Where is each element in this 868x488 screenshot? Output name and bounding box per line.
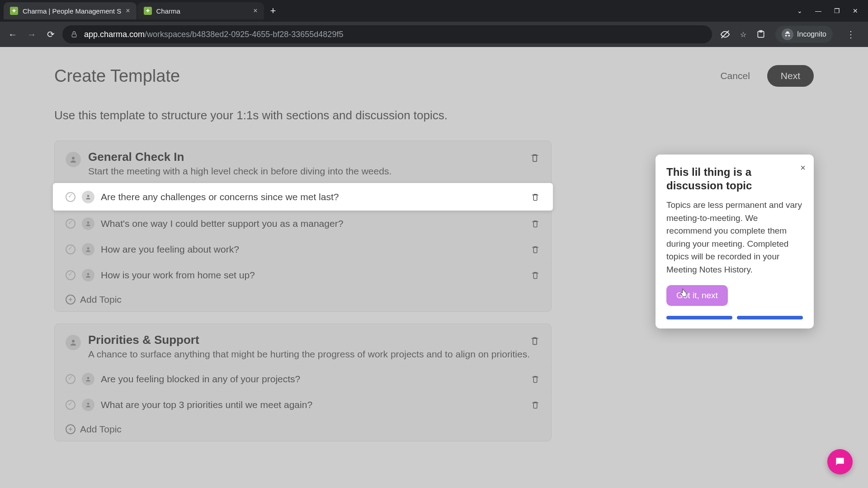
section-header: Priorities & Support A chance to surface… [55,324,551,366]
address-bar: ← → ⟳ app.charma.com/workspaces/b4838ed2… [0,22,868,47]
tab-title: Charma [156,7,249,15]
popover-next-button[interactable]: Got it, next [666,285,728,306]
plus-icon: + [66,424,75,434]
svg-point-5 [87,195,90,197]
back-button[interactable]: ← [5,27,20,42]
template-section: General Check In Start the meeting with … [54,141,552,312]
section-title[interactable]: General Check In [88,150,540,164]
add-topic-label: Add Topic [80,424,122,435]
window-controls: ⌄ — ❐ ✕ [797,7,864,14]
close-window-icon[interactable]: ✕ [853,7,858,14]
incognito-label: Incognito [797,30,826,38]
section-description[interactable]: Start the meeting with a high level chec… [88,166,540,177]
install-app-icon[interactable] [756,30,765,39]
url-input[interactable]: app.charma.com/workspaces/b4838ed2-0925-… [62,25,712,43]
progress-segment [666,316,732,319]
topic-text[interactable]: How are you feeling about work? [101,244,525,255]
add-topic-button[interactable]: + Add Topic [55,288,551,311]
page-content: Create Template Cancel Next Use this tem… [0,47,868,488]
topic-row[interactable]: How is your work from home set up? [55,262,551,288]
svg-rect-0 [72,34,76,37]
svg-point-8 [87,273,90,275]
svg-point-10 [87,377,90,379]
plus-icon: + [66,295,75,305]
tab-favicon: ✦ [144,7,152,15]
popover-close-button[interactable]: × [800,163,806,173]
topic-row[interactable]: What's one way I could better support yo… [55,211,551,236]
delete-topic-icon[interactable] [531,219,540,228]
lock-icon [71,31,78,38]
add-topic-label: Add Topic [80,294,122,305]
svg-point-11 [87,403,90,405]
new-tab-button[interactable]: + [265,5,282,17]
delete-topic-icon[interactable] [531,400,540,409]
topic-row[interactable]: What are your top 3 priorities until we … [55,392,551,418]
svg-point-9 [72,340,75,343]
svg-point-7 [87,247,90,249]
topic-text[interactable]: Are there any challenges or concerns sin… [101,192,525,202]
topic-checkbox[interactable] [66,219,75,229]
page-subtitle: Use this template to structure your 1:1s… [54,108,814,122]
topic-text[interactable]: What are your top 3 priorities until we … [101,399,525,410]
delete-section-icon[interactable] [530,153,540,163]
topic-row[interactable]: Are you feeling blocked in any of your p… [55,366,551,392]
reload-button[interactable]: ⟳ [43,27,58,42]
tab-close-icon[interactable]: × [126,7,130,15]
section-header: General Check In Start the meeting with … [55,141,551,183]
avatar [82,243,94,256]
topic-checkbox[interactable] [66,270,75,280]
help-chat-button[interactable] [827,449,853,474]
onboarding-popover: × This lil thing is a discussion topic T… [656,155,814,328]
topic-text[interactable]: What's one way I could better support yo… [101,218,525,229]
svg-point-4 [72,157,75,160]
page-header: Create Template Cancel Next [54,65,814,87]
maximize-icon[interactable]: ❐ [834,7,840,14]
topic-row[interactable]: Are there any challenges or concerns sin… [53,183,553,211]
tracking-icon[interactable] [720,29,730,39]
incognito-icon [782,28,793,40]
minimize-icon[interactable]: — [815,7,821,14]
popover-button-label: Got it, next [676,291,718,300]
popover-title: This lil thing is a discussion topic [666,165,803,192]
section-description[interactable]: A chance to surface anything that might … [88,349,540,360]
avatar [82,373,94,385]
forward-button[interactable]: → [24,27,39,42]
topic-checkbox[interactable] [66,192,75,202]
browser-tab[interactable]: ✦ Charma × [137,2,264,19]
delete-topic-icon[interactable] [531,271,540,280]
tab-close-icon[interactable]: × [253,7,257,15]
progress-segment [737,316,803,319]
avatar [82,191,94,203]
tab-favicon: ✦ [10,7,18,15]
add-topic-button[interactable]: + Add Topic [55,418,551,441]
delete-section-icon[interactable] [530,336,540,346]
browser-menu-icon[interactable]: ⋮ [843,29,859,40]
tab-title: Charma | People Management S [23,7,121,15]
section-title[interactable]: Priorities & Support [88,333,540,347]
svg-point-6 [87,221,90,224]
bookmark-star-icon[interactable]: ☆ [740,30,746,39]
delete-topic-icon[interactable] [531,192,540,202]
avatar [82,399,94,411]
cancel-button[interactable]: Cancel [712,66,758,86]
browser-tab[interactable]: ✦ Charma | People Management S × [4,2,137,19]
delete-topic-icon[interactable] [531,245,540,254]
topic-checkbox[interactable] [66,244,75,254]
popover-body: Topics are less permanent and vary meeti… [666,199,803,276]
avatar [82,269,94,282]
url-text: app.charma.com/workspaces/b4838ed2-0925-… [84,30,343,39]
topic-text[interactable]: How is your work from home set up? [101,270,525,281]
popover-progress [666,316,803,319]
avatar [66,152,81,167]
topic-row[interactable]: How are you feeling about work? [55,236,551,262]
tab-dropdown-icon[interactable]: ⌄ [797,7,802,14]
delete-topic-icon[interactable] [531,375,540,384]
topic-checkbox[interactable] [66,400,75,410]
page-title: Create Template [54,66,180,86]
topic-checkbox[interactable] [66,374,75,384]
topic-text[interactable]: Are you feeling blocked in any of your p… [101,374,525,385]
next-button[interactable]: Next [767,65,814,87]
template-section: Priorities & Support A chance to surface… [54,324,552,441]
incognito-badge[interactable]: Incognito [775,26,833,43]
avatar [82,217,94,230]
